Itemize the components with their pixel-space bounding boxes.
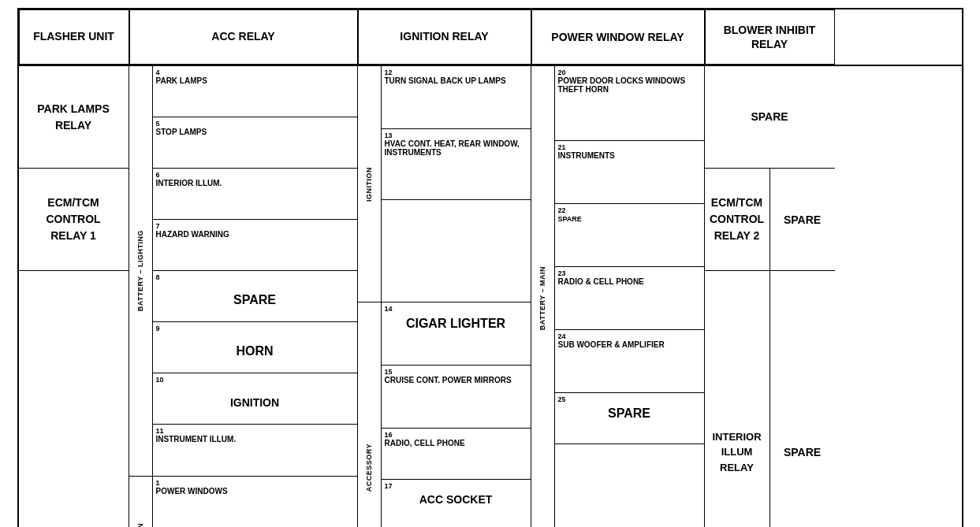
fuse-22: 22 SPARE: [555, 204, 704, 267]
spare3-cell: SPARE: [770, 271, 835, 527]
spare2-cell: SPARE: [770, 169, 835, 270]
header-ignition-relay: IGNITION RELAY: [358, 9, 531, 65]
header-flasher-unit: FLASHER UNIT: [19, 9, 129, 65]
fuse-7: 7 HAZARD WARNING: [153, 220, 357, 271]
battery-lighting-label: BATTERY – LIGHTING: [129, 66, 153, 476]
fuse-4: 4 PARK LAMPS: [153, 66, 357, 117]
ecm-tcm-relay-2: ECM/TCMCONTROLRELAY 2: [705, 169, 770, 270]
fuse-14: 14 CIGAR LIGHTER: [382, 302, 531, 366]
fuse-1: 1 POWER WINDOWS: [153, 477, 357, 527]
fuse-21: 21 INSTRUMENTS: [555, 141, 704, 204]
ecm-tcm-relay-1: ECM/TCMCONTROLRELAY 1: [19, 169, 129, 271]
header-blower-inhibit-relay: BLOWER INHIBIT RELAY: [705, 9, 835, 65]
fuse-12: 12 TURN SIGNAL BACK UP LAMPS: [382, 66, 531, 129]
fuse-23: 23 RADIO & CELL PHONE: [555, 267, 704, 330]
fuse-24: 24 SUB WOOFER & AMPLIFIER: [555, 330, 704, 393]
fuse-diagram: FLASHER UNIT ACC RELAY IGNITION RELAY PO…: [17, 8, 963, 527]
ignition-label: IGNITION: [358, 66, 382, 302]
accessory-label: ACCESSORY: [358, 302, 382, 527]
col1-bottom-empty: [19, 271, 129, 527]
fuse-5: 5 STOP LAMPS: [153, 117, 357, 169]
interior-illum-relay: INTERIORILLUMRELAY: [705, 271, 770, 527]
spare1-cell: SPARE: [705, 66, 835, 169]
header-power-window-relay: POWER WINDOW RELAY: [531, 9, 705, 65]
fuse-20: 20 POWER DOOR LOCKS WINDOWS THEFT HORN: [555, 66, 704, 141]
fuse-11: 11 INSTRUMENT ILLUM.: [153, 425, 357, 476]
fuse-13: 13 HVAC CONT. HEAT, REAR WINDOW, INSTRUM…: [382, 129, 531, 200]
battery-main-label: BATTERY – MAIN: [129, 477, 153, 527]
fuse-8: 8 SPARE: [153, 271, 357, 322]
fuse-15: 15 CRUISE CONT. POWER MIRRORS: [382, 366, 531, 429]
fuse-16: 16 RADIO, CELL PHONE: [382, 429, 531, 480]
header-acc-relay: ACC RELAY: [129, 9, 358, 65]
fuse-9: 9 HORN: [153, 322, 357, 373]
park-lamps-relay: PARK LAMPS RELAY: [19, 66, 129, 169]
fuse-25: 25 SPARE: [555, 393, 704, 444]
fuse-10: 10 IGNITION: [153, 373, 357, 425]
fuse-6: 6 INTERIOR ILLUM.: [153, 169, 357, 220]
fuse-17: 17 ACC SOCKET: [382, 480, 531, 527]
battery-main2-label: BATTERY – MAIN: [531, 66, 555, 527]
